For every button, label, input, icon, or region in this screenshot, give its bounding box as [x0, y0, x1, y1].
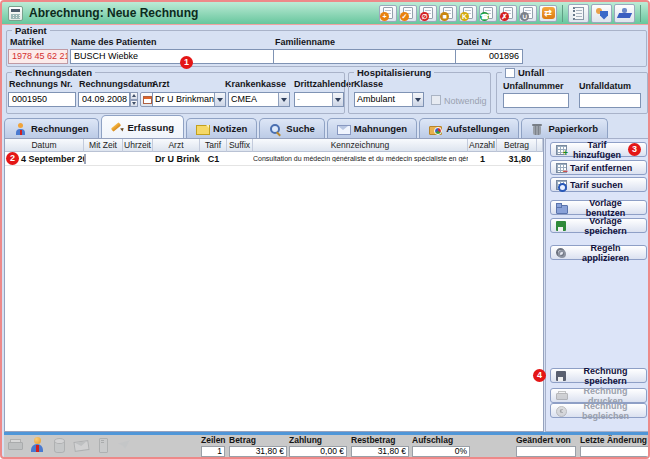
database-icon[interactable]	[51, 437, 67, 453]
matrikel-field[interactable]: 1978 45 62 211	[8, 49, 68, 64]
familienname-field[interactable]	[273, 49, 459, 64]
tab-papierkorb[interactable]: Papierkorb	[521, 118, 608, 138]
letzte-aenderung-label: Letzte Änderung	[580, 436, 650, 445]
unfalldatum-field[interactable]	[579, 93, 641, 108]
chevron-down-icon[interactable]	[214, 93, 225, 106]
envelope-icon	[337, 123, 350, 135]
tab-erfassung[interactable]: Erfassung	[101, 115, 184, 138]
cell-betrag: 31,80	[497, 154, 537, 164]
tab-notizen[interactable]: Notizen	[186, 118, 257, 138]
chevron-down-icon[interactable]	[412, 93, 423, 106]
tab-label: Aufstellungen	[446, 123, 509, 134]
vorlage-benutzen-button[interactable]: Vorlage benutzen	[550, 200, 647, 215]
tab-suche[interactable]: Suche	[259, 118, 325, 138]
regeln-applizieren-button[interactable]: Regeln applizieren	[550, 245, 647, 260]
name-label: Name des Patienten	[71, 37, 157, 47]
doc-check-button[interactable]	[399, 5, 417, 22]
doc-trash-button[interactable]	[519, 5, 537, 22]
grid-search-icon	[556, 180, 566, 190]
geaendert-von-value	[516, 446, 576, 457]
klasse-label: Klasse	[354, 79, 383, 89]
doc-key-button[interactable]	[459, 5, 477, 22]
tarif-entfernen-button[interactable]: Tarif entfernen	[550, 160, 647, 175]
arzt-select[interactable]: Dr U Brinkmann	[152, 92, 226, 107]
arzt-value: Dr U Brinkmann	[153, 93, 214, 106]
krankenkasse-select[interactable]: CMEA	[228, 92, 290, 107]
unfall-group: Unfall Unfallnummer Unfalldatum	[496, 72, 648, 114]
action-panel: Tarif hinzufügen 3 Tarif entfernen Tarif…	[545, 138, 650, 432]
col-arzt[interactable]: Arzt	[153, 139, 200, 152]
chevron-down-icon[interactable]	[278, 93, 289, 106]
doc-trash-icon	[523, 7, 533, 19]
mit-zeit-checkbox[interactable]	[84, 154, 86, 164]
col-anzahl[interactable]: Anzahl	[468, 139, 497, 152]
col-datum[interactable]: Datum	[5, 139, 84, 152]
computer-icon[interactable]	[95, 437, 111, 453]
doc-phone-button[interactable]	[479, 5, 497, 22]
patient-shield-button[interactable]	[591, 4, 612, 23]
doc-check-icon	[403, 7, 413, 19]
status-bar: Zeilen 1 Betrag 31,80 € Zahlung 0,00 € R…	[4, 435, 650, 457]
spinner-up-button[interactable]	[130, 92, 138, 100]
template-folder-icon	[556, 203, 566, 213]
tarif-suchen-button[interactable]: Tarif suchen	[550, 177, 647, 192]
printer-icon	[556, 391, 566, 401]
cell-tarif: C1	[200, 154, 227, 164]
unfallnummer-field[interactable]	[503, 93, 569, 108]
tarif-hinzufuegen-button[interactable]: Tarif hinzufügen 3	[550, 142, 647, 157]
doc-add-button[interactable]	[379, 5, 397, 22]
printer-icon[interactable]	[7, 437, 23, 453]
send-icon[interactable]	[117, 437, 133, 453]
doc-cancel-button[interactable]	[419, 5, 437, 22]
doc-delete-button[interactable]	[499, 5, 517, 22]
search-icon	[269, 123, 282, 135]
rechnungs-nr-field[interactable]: 0001950	[8, 92, 76, 107]
tab-mahnungen[interactable]: Mahnungen	[327, 118, 417, 138]
col-tarif[interactable]: Tarif	[200, 139, 227, 152]
button-label: Vorlage speichern	[570, 216, 641, 236]
cell-arzt: Dr U Brinkma...	[153, 154, 200, 164]
datei-nr-field[interactable]: 001896	[455, 49, 523, 64]
chevron-down-icon[interactable]	[332, 93, 343, 106]
rechnungsdatum-field[interactable]: 04.09.2008	[78, 92, 130, 107]
table-row[interactable]: 2 4 September 2008 Dr U Brinkma... C1 Co…	[5, 152, 543, 166]
tab-aufstellungen[interactable]: Aufstellungen	[419, 118, 519, 138]
envelope-icon[interactable]	[73, 437, 89, 453]
col-mit-zeit[interactable]: Mit Zeit	[84, 139, 123, 152]
rechnung-speichern-button[interactable]: Rechnung speichern	[550, 368, 647, 383]
betrag-label: Betrag	[229, 436, 287, 445]
tariff-table: Datum Mit Zeit Uhrzeit Arzt Tarif Suffix…	[4, 138, 544, 432]
button-label: Vorlage benutzen	[570, 198, 641, 218]
unfall-checkbox[interactable]	[505, 68, 515, 78]
notebook-button[interactable]	[568, 4, 589, 23]
patient-name-field[interactable]: BUSCH Wiebke	[70, 49, 274, 64]
col-uhrzeit[interactable]: Uhrzeit	[123, 139, 153, 152]
col-betrag[interactable]: Betrag	[497, 139, 537, 152]
klasse-select[interactable]: Ambulant	[354, 92, 424, 107]
button-label: Regeln applizieren	[570, 243, 641, 263]
drittzahlender-select[interactable]: -	[294, 92, 344, 107]
tab-rechnungen[interactable]: Rechnungen	[4, 118, 99, 138]
rechnung-begleichen-button[interactable]: Rechnung begleichen	[550, 403, 647, 418]
content-area: Datum Mit Zeit Uhrzeit Arzt Tarif Suffix…	[4, 138, 650, 432]
date-spinner[interactable]	[130, 92, 138, 107]
restbetrag-group: Restbetrag 31,80 €	[351, 436, 409, 457]
currency-exchange-button[interactable]: ⇄	[539, 5, 557, 22]
scanner-button[interactable]	[614, 4, 635, 23]
doc-lock-button[interactable]	[439, 5, 457, 22]
col-suffix[interactable]: Suffix	[227, 139, 253, 152]
tab-label: Erfassung	[128, 122, 174, 133]
notwendig-checkbox[interactable]	[431, 95, 441, 105]
tab-label: Papierkorb	[548, 123, 598, 134]
col-kennzeichnung[interactable]: Kennzeichnung	[253, 139, 468, 152]
patient-group-label: Patient	[12, 25, 50, 36]
datei-nr-label: Datei Nr	[457, 37, 492, 47]
unfallnummer-label: Unfallnummer	[503, 81, 564, 91]
coin-icon	[556, 406, 566, 416]
col-filler	[537, 139, 543, 152]
patient-icon[interactable]	[29, 437, 45, 453]
vorlage-speichern-button[interactable]: Vorlage speichern	[550, 218, 647, 233]
spinner-down-button[interactable]	[130, 100, 138, 108]
annotation-badge-2: 2	[6, 152, 19, 165]
cell-kennzeichnung: Consultation du médecin généraliste et d…	[253, 155, 468, 162]
